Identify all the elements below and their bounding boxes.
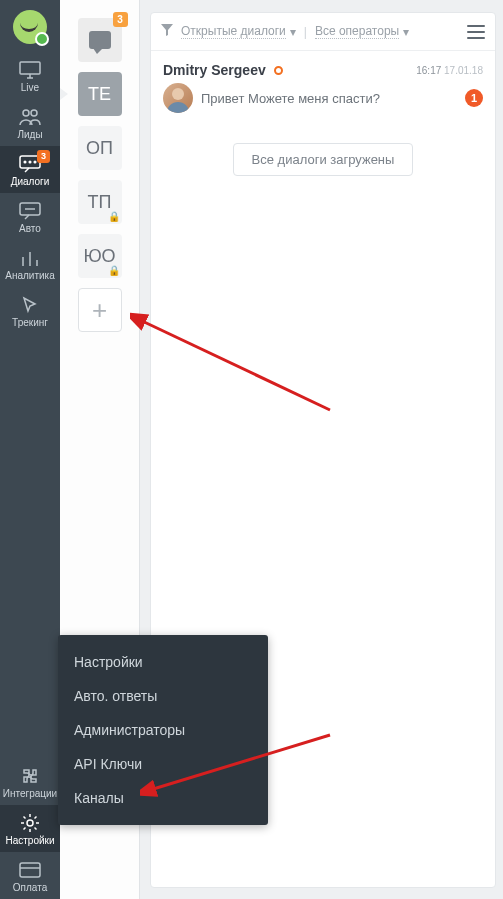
users-icon: [18, 107, 42, 127]
nav-live[interactable]: Live: [0, 52, 60, 99]
nav-label: Настройки: [5, 835, 54, 846]
plus-icon: +: [92, 295, 107, 326]
operator-initials: ЮО: [84, 246, 116, 267]
svg-rect-9: [20, 863, 40, 877]
dialog-timestamp: 16:17 17.01.18: [416, 65, 483, 76]
operator-tile-me[interactable]: 3: [78, 18, 122, 62]
nav-label: Оплата: [13, 882, 47, 893]
chevron-down-icon: ▾: [403, 25, 409, 39]
bars-icon: [18, 248, 42, 268]
nav-auto[interactable]: Авто: [0, 193, 60, 240]
nav-label: Диалоги: [11, 176, 50, 187]
filter-all-operators[interactable]: Все операторы: [315, 24, 399, 39]
app-logo: [13, 10, 47, 44]
unread-badge: 1: [465, 89, 483, 107]
nav-label: Интеграции: [3, 788, 57, 799]
menu-icon[interactable]: [467, 25, 485, 39]
operator-badge: 3: [113, 12, 128, 27]
lock-icon: 🔒: [108, 265, 120, 276]
monitor-icon: [18, 60, 42, 80]
dialog-item[interactable]: Dmitry Sergeev 16:17 17.01.18 Привет Мож…: [151, 51, 495, 119]
gear-icon: [18, 813, 42, 833]
popup-item-admins[interactable]: Администраторы: [58, 713, 268, 747]
nav-integrations[interactable]: Интеграции: [0, 758, 60, 805]
sidebar: Live Лиды 3 Диалоги Авто Аналитика Треки…: [0, 0, 60, 899]
settings-popup: Настройки Авто. ответы Администраторы AP…: [58, 635, 268, 825]
nav-tracking[interactable]: Трекинг: [0, 287, 60, 334]
nav-label: Трекинг: [12, 317, 48, 328]
lock-icon: 🔒: [108, 211, 120, 222]
filter-icon[interactable]: [161, 24, 173, 39]
nav-dialogs[interactable]: 3 Диалоги: [0, 146, 60, 193]
status-indicator-icon: [274, 66, 283, 75]
operator-initials: ОП: [86, 138, 113, 159]
popup-item-settings[interactable]: Настройки: [58, 645, 268, 679]
svg-point-2: [31, 110, 37, 116]
operator-tile-tp[interactable]: ТП 🔒: [78, 180, 122, 224]
chevron-down-icon: ▾: [290, 25, 296, 39]
cursor-icon: [18, 295, 42, 315]
dialogs-toolbar: Открытые диалоги▾ | Все операторы▾: [151, 13, 495, 51]
chat-bubble-icon: [89, 31, 111, 49]
operator-initials: ТЕ: [88, 84, 111, 105]
svg-point-5: [29, 161, 31, 163]
dialog-author: Dmitry Sergeev: [163, 62, 266, 78]
separator: |: [304, 25, 307, 39]
popup-item-api-keys[interactable]: API Ключи: [58, 747, 268, 781]
avatar: [163, 83, 193, 113]
svg-rect-0: [20, 62, 40, 74]
dialog-preview: Привет Можете меня спасти?: [201, 91, 457, 106]
card-icon: [18, 860, 42, 880]
all-loaded-label: Все диалоги загружены: [233, 143, 414, 176]
operator-tile-te[interactable]: ТЕ: [78, 72, 122, 116]
operator-tile-op[interactable]: ОП: [78, 126, 122, 170]
nav-analytics[interactable]: Аналитика: [0, 240, 60, 287]
svg-point-1: [23, 110, 29, 116]
nav-label: Лиды: [17, 129, 42, 140]
popup-item-auto-replies[interactable]: Авто. ответы: [58, 679, 268, 713]
puzzle-icon: [18, 766, 42, 786]
nav-payment[interactable]: Оплата: [0, 852, 60, 899]
operator-tile-yuo[interactable]: ЮО 🔒: [78, 234, 122, 278]
nav-badge: 3: [37, 150, 50, 163]
add-operator-button[interactable]: +: [78, 288, 122, 332]
nav-label: Авто: [19, 223, 41, 234]
popup-item-channels[interactable]: Каналы: [58, 781, 268, 815]
nav-settings[interactable]: Настройки: [0, 805, 60, 852]
svg-point-4: [24, 161, 26, 163]
svg-point-8: [27, 820, 33, 826]
filter-open-dialogs[interactable]: Открытые диалоги: [181, 24, 286, 39]
nav-label: Аналитика: [5, 270, 55, 281]
svg-point-6: [34, 161, 36, 163]
nav-label: Live: [21, 82, 39, 93]
svg-point-10: [172, 88, 184, 100]
auto-chat-icon: [18, 201, 42, 221]
operator-initials: ТП: [88, 192, 112, 213]
nav-leads[interactable]: Лиды: [0, 99, 60, 146]
